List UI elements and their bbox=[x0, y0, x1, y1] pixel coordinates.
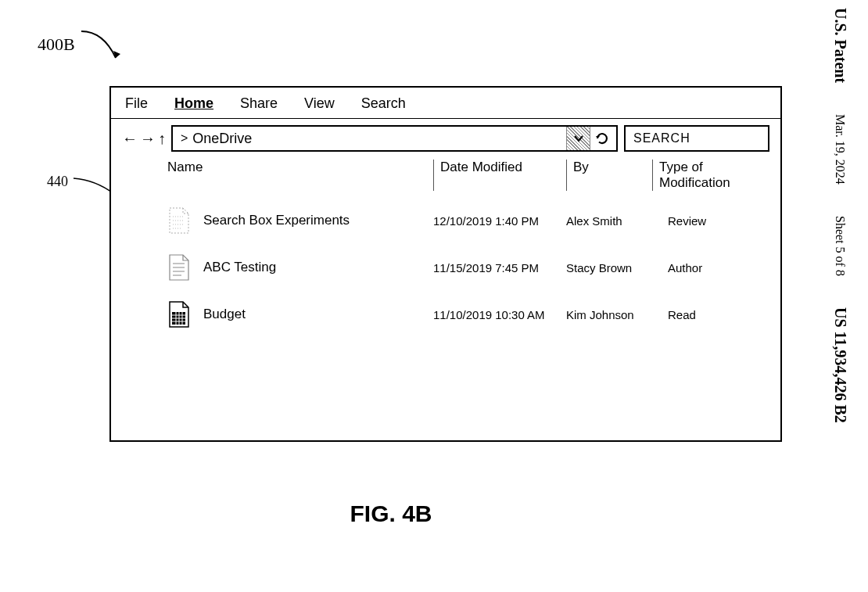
menu-item-search[interactable]: Search bbox=[361, 95, 406, 112]
address-path: > OneDrive bbox=[181, 131, 566, 147]
file-date: 12/10/2019 1:40 PM bbox=[433, 214, 566, 228]
figure-caption: FIG. 4B bbox=[0, 501, 782, 527]
column-date-header[interactable]: Date Modified bbox=[433, 160, 566, 191]
menu-item-share[interactable]: Share bbox=[240, 95, 278, 112]
refresh-button[interactable] bbox=[590, 127, 613, 150]
search-input[interactable]: SEARCH bbox=[624, 125, 769, 152]
search-placeholder: SEARCH bbox=[633, 131, 690, 145]
margin-date: Mar. 19, 2024 bbox=[833, 114, 847, 185]
file-modification-type: Review bbox=[652, 214, 769, 228]
document-icon bbox=[167, 207, 189, 234]
file-name: Search Box Experiments bbox=[203, 213, 433, 228]
column-headers: Name Date Modified By Type of Modificati… bbox=[111, 158, 780, 194]
callout-440-text: 440 bbox=[47, 174, 68, 189]
file-row[interactable]: Budget11/10/2019 10:30 AMKim JohnsonRead bbox=[167, 291, 769, 338]
column-by-header[interactable]: By bbox=[566, 160, 652, 191]
refresh-icon bbox=[595, 131, 609, 145]
file-icon-cell bbox=[167, 254, 203, 281]
file-list: Search Box Experiments12/10/2019 1:40 PM… bbox=[111, 194, 780, 338]
arrow-icon bbox=[80, 25, 127, 64]
address-bar[interactable]: > OneDrive bbox=[171, 125, 618, 152]
file-by: Alex Smith bbox=[566, 214, 652, 228]
file-icon-cell bbox=[167, 207, 203, 234]
margin-patent-no: US 11,934,426 B2 bbox=[831, 307, 849, 423]
file-date: 11/15/2019 7:45 PM bbox=[433, 261, 566, 274]
file-name: ABC Testing bbox=[203, 260, 433, 275]
file-by: Kim Johnson bbox=[566, 308, 652, 321]
path-location: OneDrive bbox=[192, 131, 252, 147]
column-name-header[interactable]: Name bbox=[167, 160, 433, 191]
file-name: Budget bbox=[203, 307, 433, 322]
back-button[interactable]: ← bbox=[122, 130, 137, 148]
file-icon-cell bbox=[167, 301, 203, 328]
file-modification-type: Read bbox=[652, 308, 769, 321]
forward-button[interactable]: → bbox=[140, 130, 155, 148]
chevron-down-icon bbox=[573, 133, 584, 144]
callout-440: 440 bbox=[47, 174, 68, 190]
margin-country: U.S. Patent bbox=[831, 8, 849, 83]
margin-sheet: Sheet 5 of 8 bbox=[833, 216, 847, 276]
spreadsheet-icon bbox=[167, 301, 189, 328]
menu-item-view[interactable]: View bbox=[304, 95, 335, 112]
file-by: Stacy Brown bbox=[566, 261, 652, 274]
patent-margin: U.S. Patent Mar. 19, 2024 Sheet 5 of 8 U… bbox=[826, 8, 854, 584]
file-row[interactable]: Search Box Experiments12/10/2019 1:40 PM… bbox=[167, 197, 769, 244]
explorer-window: FileHomeShareViewSearch ← → ↑ > OneDrive bbox=[109, 86, 782, 442]
menubar: FileHomeShareViewSearch bbox=[111, 88, 780, 119]
figure-ref-text: 400B bbox=[38, 34, 75, 55]
document-icon bbox=[167, 254, 189, 281]
nav-arrows: ← → ↑ bbox=[122, 130, 165, 148]
file-date: 11/10/2019 10:30 AM bbox=[433, 308, 566, 321]
history-dropdown-button[interactable] bbox=[566, 127, 590, 150]
chevron-right-icon: > bbox=[181, 131, 188, 145]
figure-reference-400b: 400B bbox=[38, 25, 127, 64]
menu-item-home[interactable]: Home bbox=[174, 95, 213, 112]
up-button[interactable]: ↑ bbox=[158, 130, 165, 148]
address-controls bbox=[566, 127, 613, 150]
column-type-header[interactable]: Type of Modification bbox=[652, 160, 769, 191]
file-row[interactable]: ABC Testing11/15/2019 7:45 PMStacy Brown… bbox=[167, 244, 769, 291]
toolbar: ← → ↑ > OneDrive bbox=[111, 119, 780, 158]
menu-item-file[interactable]: File bbox=[125, 95, 148, 112]
file-modification-type: Author bbox=[652, 261, 769, 274]
